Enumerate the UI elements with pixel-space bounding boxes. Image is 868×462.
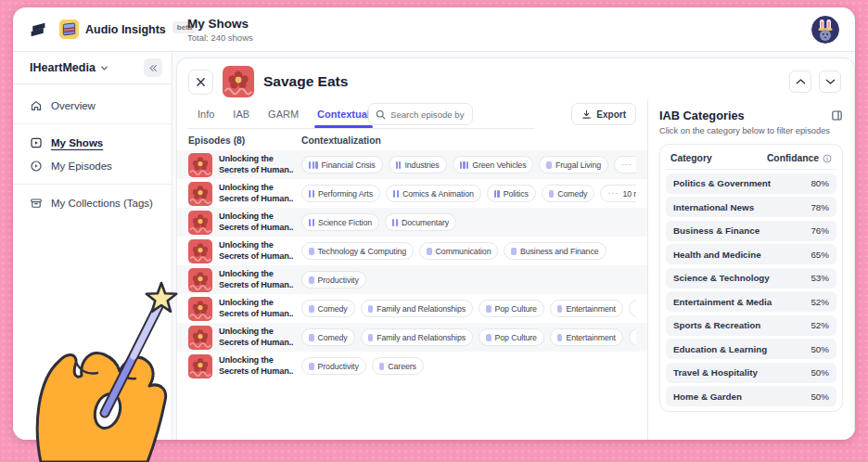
prev-show-button[interactable] xyxy=(789,71,811,93)
episode-row[interactable]: Unlocking theSecrets of Human... Financi… xyxy=(177,150,647,179)
contextual-tag-chip[interactable]: Productivity xyxy=(301,271,366,289)
iab-confidence-value: 76% xyxy=(811,225,829,236)
contextual-tag-chip[interactable]: Comedy xyxy=(542,185,595,202)
sidebar-item-my-episodes[interactable]: My Episodes xyxy=(13,154,172,177)
more-tags-chip[interactable]: ···10 more xyxy=(600,185,636,202)
iab-category-row[interactable]: Entertainment & Media 52% xyxy=(666,291,836,312)
iab-confidence-value: 50% xyxy=(811,367,829,378)
contextual-tag-chip[interactable]: Industries xyxy=(389,156,447,173)
contextual-tag-chip[interactable]: Pop Culture xyxy=(479,328,544,346)
main-area: Savage Eats xyxy=(172,52,855,440)
iab-category-row[interactable]: Travel & Hospitality 50% xyxy=(666,363,836,383)
contextual-tag-chip[interactable]: Family and Relationships xyxy=(361,300,473,317)
divider xyxy=(13,123,172,124)
episode-tags: ComedyFamily and RelationshipsPop Cultur… xyxy=(301,300,636,317)
sidebar-nav: Overview My Shows My Episodes xyxy=(13,84,172,214)
tag-label: Productivity xyxy=(318,362,359,371)
episode-row[interactable]: Unlocking theSecrets of Human... Science… xyxy=(177,208,647,237)
info-circle-icon[interactable] xyxy=(823,154,832,163)
contextual-tag-chip[interactable]: Performing Arts xyxy=(301,185,380,202)
contextual-tag-chip[interactable]: Comedy xyxy=(301,328,355,346)
iab-category-row[interactable]: Home & Garden 50% xyxy=(666,386,836,406)
contextual-tag-chip[interactable]: Frugal Living xyxy=(539,156,608,173)
contextualization-header: Contextualization xyxy=(301,135,381,146)
iab-category-row[interactable]: Education & Learning 50% xyxy=(666,339,836,359)
ellipsis-icon: ··· xyxy=(621,160,632,169)
tab-garm[interactable]: GARM xyxy=(259,99,308,128)
contextual-tag-chip[interactable]: Entertainment xyxy=(550,300,623,317)
show-tabs: InfoIABGARMContextualEntities xyxy=(188,99,535,129)
contextual-tag-chip[interactable]: Entertainment xyxy=(550,328,623,346)
tag-label: Entertainment xyxy=(566,304,615,314)
contextual-tag-chip[interactable]: Family and Relationships xyxy=(361,328,473,346)
contextual-tag-chip[interactable]: Documentary xyxy=(385,213,456,231)
contextual-tag-chip[interactable]: Financial Crisis xyxy=(301,156,383,173)
page-subtitle: Total: 240 shows xyxy=(187,32,253,43)
iab-category-name: Travel & Hospitality xyxy=(673,367,758,378)
tag-label: Communication xyxy=(436,247,491,256)
episode-row[interactable]: Unlocking theSecrets of Human... ComedyF… xyxy=(177,323,647,352)
iab-category-row[interactable]: Sports & Recreation 52% xyxy=(666,315,836,336)
close-button[interactable] xyxy=(188,70,213,95)
contextual-tag-chip[interactable]: Technology & Computing xyxy=(301,242,414,260)
sidebar-item-my-shows[interactable]: My Shows xyxy=(13,131,172,154)
iab-category-name: Science & Technology xyxy=(673,273,770,283)
iab-category-row[interactable]: Health and Medicine 65% xyxy=(666,244,836,264)
divider xyxy=(13,184,172,185)
iab-confidence-value: 80% xyxy=(811,178,829,188)
org-switcher[interactable]: IHeartMedia xyxy=(13,52,172,84)
magician-rabbit-avatar[interactable] xyxy=(811,16,839,44)
show-artwork xyxy=(223,66,254,97)
contextual-tag-chip[interactable]: Business and Finance xyxy=(504,242,606,260)
episode-search[interactable] xyxy=(368,103,473,125)
next-show-button[interactable] xyxy=(819,71,841,93)
iab-confidence-value: 65% xyxy=(811,250,829,260)
export-button[interactable]: Export xyxy=(571,103,636,125)
search-input[interactable] xyxy=(390,109,466,120)
side-panel-icon[interactable] xyxy=(831,109,843,122)
contextual-tag-chip[interactable]: Productivity xyxy=(301,357,366,375)
iab-confidence-value: 50% xyxy=(811,344,829,354)
tag-strength-bars-icon xyxy=(309,190,314,198)
contextual-tag-chip[interactable]: Politics xyxy=(487,185,536,202)
contextual-tag-chip[interactable]: Communication xyxy=(419,242,498,260)
org-name: IHeartMedia xyxy=(30,61,96,74)
episode-tags: Technology & ComputingCommunicationBusin… xyxy=(301,242,636,260)
iab-category-name: Health and Medicine xyxy=(673,250,761,260)
contextual-tag-chip[interactable]: Green Vehicles xyxy=(453,156,534,173)
contextual-tag-chip[interactable]: Comics & Animation xyxy=(386,185,481,202)
iab-category-name: Education & Learning xyxy=(673,344,767,354)
contextual-tag-chip[interactable]: Careers xyxy=(372,357,424,375)
episode-row[interactable]: Unlocking theSecrets of Human... Perform… xyxy=(177,179,647,208)
contextual-tag-chip[interactable]: Comedy xyxy=(301,300,355,317)
tag-strength-bars-icon xyxy=(486,305,491,313)
sidebar-item-my-collections[interactable]: My Collections (Tags) xyxy=(13,191,172,214)
contextual-tag-chip[interactable]: Food & Drink xyxy=(629,328,636,346)
iab-confidence-value: 52% xyxy=(811,320,829,330)
episode-title: Unlocking theSecrets of Human... xyxy=(219,154,293,176)
tab-info[interactable]: Info xyxy=(188,99,223,128)
sidebar-item-overview[interactable]: Overview xyxy=(13,94,172,117)
tag-label: Science Fiction xyxy=(318,218,372,227)
contextual-tag-chip[interactable]: Pop Culture xyxy=(479,300,544,317)
sidebar-collapse-button[interactable] xyxy=(144,58,162,77)
export-label: Export xyxy=(596,109,626,120)
episode-row[interactable]: Unlocking theSecrets of Human... ComedyF… xyxy=(177,294,647,323)
episode-row[interactable]: Unlocking theSecrets of Human... Product… xyxy=(177,265,647,294)
iab-confidence-value: 52% xyxy=(811,297,829,307)
iab-category-row[interactable]: International News 78% xyxy=(666,197,836,217)
more-tags-chip[interactable]: ···10 more xyxy=(614,156,636,173)
sidebar: IHeartMedia Overview xyxy=(13,52,172,440)
episode-row[interactable]: Unlocking theSecrets of Human... Product… xyxy=(177,352,647,380)
tab-iab[interactable]: IAB xyxy=(223,99,259,128)
contextual-tag-chip[interactable]: Science Fiction xyxy=(301,213,379,231)
episodes-section: InfoIABGARMContextualEntities xyxy=(177,99,647,440)
iab-category-row[interactable]: Politics & Government 80% xyxy=(666,173,836,194)
episodes-list: Unlocking theSecrets of Human... Financi… xyxy=(177,150,647,440)
tag-strength-bars-icon xyxy=(511,248,517,255)
iab-category-row[interactable]: Business & Finance 76% xyxy=(666,221,836,241)
episode-row[interactable]: Unlocking theSecrets of Human... Technol… xyxy=(177,237,647,265)
home-icon xyxy=(30,99,43,112)
iab-category-row[interactable]: Science & Technology 53% xyxy=(666,268,836,289)
contextual-tag-chip[interactable]: Food & Drink xyxy=(629,300,636,317)
